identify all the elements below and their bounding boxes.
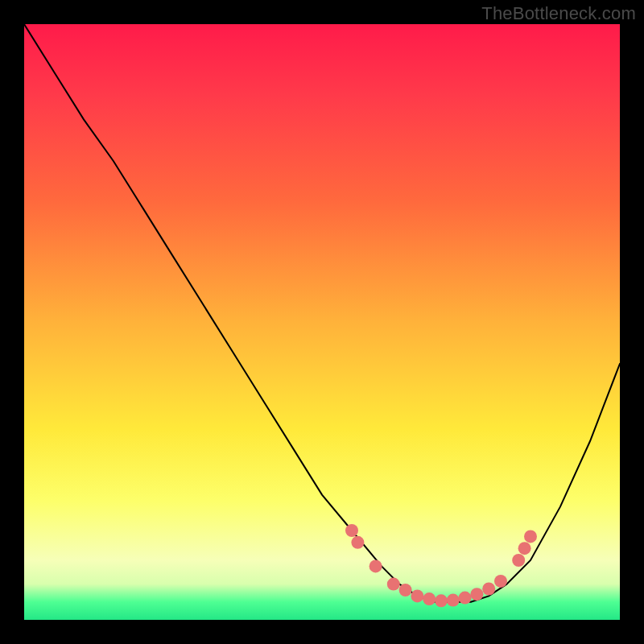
marker-group	[345, 524, 537, 607]
marker-dot	[518, 542, 531, 555]
marker-dot	[387, 578, 400, 591]
marker-dot	[482, 583, 495, 596]
curve-layer	[24, 24, 620, 620]
marker-dot	[411, 589, 423, 602]
marker-dot	[512, 554, 525, 567]
marker-dot	[423, 592, 436, 605]
marker-dot	[345, 524, 358, 537]
marker-dot	[459, 592, 472, 605]
marker-dot	[399, 584, 412, 597]
watermark-text: TheBottleneck.com	[481, 3, 636, 24]
marker-dot	[351, 536, 364, 549]
marker-dot	[470, 588, 483, 601]
marker-dot	[524, 530, 537, 543]
bottleneck-curve	[24, 24, 620, 602]
plot-area	[24, 24, 620, 620]
chart-frame: TheBottleneck.com	[0, 0, 644, 644]
marker-dot	[494, 575, 507, 588]
marker-dot	[369, 559, 382, 572]
marker-dot	[435, 594, 448, 607]
marker-dot	[447, 594, 460, 607]
